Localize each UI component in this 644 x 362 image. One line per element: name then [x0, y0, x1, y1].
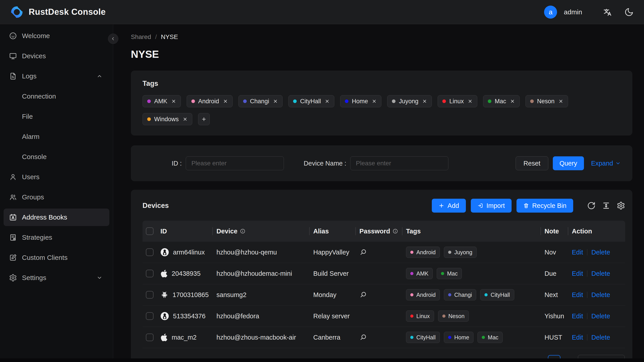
device-id: arm64linux [173, 249, 205, 256]
sidebar-item-devices[interactable]: Devices [4, 47, 109, 65]
sidebar-item-strategies[interactable]: Strategies [4, 229, 109, 246]
avatar[interactable]: a [544, 6, 557, 18]
pagination: 1-5 of 5 items 1 20 / page [142, 355, 625, 358]
close-icon[interactable] [510, 99, 515, 104]
tag-color-dot [147, 118, 151, 121]
breadcrumb: Shared / NYSE [131, 34, 632, 40]
sidebar-item-settings[interactable]: Settings [4, 269, 109, 286]
edit-link[interactable]: Edit [572, 334, 583, 341]
close-icon[interactable] [171, 99, 176, 104]
close-icon[interactable] [422, 99, 427, 104]
chevron-down-icon [615, 160, 621, 166]
row-checkbox[interactable] [146, 312, 154, 320]
add-button-label: Add [448, 202, 459, 210]
edit-link[interactable]: Edit [572, 249, 583, 256]
edit-link[interactable]: Edit [572, 270, 583, 277]
delete-link[interactable]: Delete [591, 270, 610, 277]
row-checkbox[interactable] [146, 270, 154, 277]
device-name-input[interactable] [350, 156, 448, 170]
tag-label: Home [352, 98, 368, 105]
sidebar-item-welcome[interactable]: Welcome [4, 27, 109, 44]
page-size-select[interactable]: 20 / page [578, 355, 625, 358]
sidebar-item-console[interactable]: Console [4, 148, 109, 166]
row-checkbox[interactable] [146, 291, 154, 298]
note-cell: Due [541, 270, 568, 277]
id-label: ID : [172, 160, 182, 167]
sidebar-collapse-button[interactable] [108, 34, 118, 44]
row-checkbox[interactable] [146, 334, 154, 341]
delete-link[interactable]: Delete [591, 249, 610, 256]
sidebar-item-address-books[interactable]: Address Books [4, 208, 109, 226]
breadcrumb-parent[interactable]: Shared [131, 34, 151, 40]
action-cell: Edit Delete [568, 291, 625, 298]
sidebar-item-label: Custom Clients [22, 254, 68, 262]
apple-icon [160, 269, 168, 278]
tag-color-dot [243, 100, 247, 103]
tag-pill: AMK [406, 268, 433, 279]
tags-card-title: Tags [142, 80, 621, 88]
expand-link[interactable]: Expand [591, 160, 621, 167]
select-all-checkbox[interactable] [146, 227, 154, 235]
close-icon[interactable] [558, 99, 563, 104]
page-number-button[interactable]: 1 [548, 355, 560, 358]
row-height-icon[interactable] [602, 202, 610, 210]
delete-link[interactable]: Delete [591, 291, 610, 298]
reset-button[interactable]: Reset [516, 156, 548, 170]
view-password-icon[interactable] [360, 248, 367, 256]
filter-group-device-name: Device Name : [304, 156, 448, 170]
refresh-icon[interactable] [587, 202, 596, 210]
tag-pill-android: Android [187, 95, 232, 107]
action-divider [587, 334, 587, 340]
expand-label: Expand [591, 160, 613, 167]
user-name[interactable]: admin [564, 8, 582, 16]
tag-pill: Neson [438, 310, 469, 322]
action-divider [587, 313, 587, 319]
header-cell-alias: Alias [310, 228, 356, 235]
tag-color-dot [392, 100, 396, 103]
device-name-cell: hzhou@zhous-macbook-air [213, 334, 310, 341]
close-icon[interactable] [223, 99, 228, 104]
tag-color-dot [442, 100, 446, 103]
moon-icon[interactable] [624, 8, 634, 17]
close-icon[interactable] [372, 99, 377, 104]
close-icon[interactable] [468, 99, 472, 104]
view-password-icon[interactable] [360, 334, 367, 341]
column-settings-icon[interactable] [617, 202, 625, 210]
close-icon[interactable] [182, 117, 188, 122]
rustdesk-logo-icon [10, 6, 23, 18]
linux-icon [160, 312, 169, 320]
view-password-icon[interactable] [360, 291, 367, 298]
id-input[interactable] [186, 156, 284, 170]
users-icon [9, 193, 17, 201]
close-icon[interactable] [273, 99, 278, 104]
edit-link[interactable]: Edit [572, 291, 583, 298]
gear-icon [9, 274, 17, 282]
tag-pill-changi: Changi [238, 95, 283, 107]
sidebar-item-file[interactable]: File [4, 108, 109, 125]
sidebar-item-groups[interactable]: Groups [4, 188, 109, 206]
row-checkbox[interactable] [146, 248, 154, 256]
sidebar-item-logs[interactable]: Logs [4, 68, 109, 85]
table-row: 1700310865 sansumg2 Monday Android Chang… [142, 284, 625, 306]
sidebar-item-alarm[interactable]: Alarm [4, 128, 109, 146]
tag-label: Windows [154, 116, 179, 123]
add-tag-button[interactable] [198, 113, 210, 125]
query-button[interactable]: Query [553, 156, 584, 170]
delete-link[interactable]: Delete [591, 312, 610, 320]
file-icon [9, 72, 17, 80]
add-button[interactable]: Add [432, 199, 466, 212]
devices-card-title: Devices [142, 202, 169, 210]
recycle-bin-button[interactable]: Recycle Bin [516, 199, 573, 212]
sidebar-item-users[interactable]: Users [4, 168, 109, 186]
edit-link[interactable]: Edit [572, 312, 583, 320]
import-button[interactable]: Import [471, 199, 512, 212]
sidebar-item-custom-clients[interactable]: Custom Clients [4, 249, 109, 266]
delete-link[interactable]: Delete [591, 334, 610, 341]
table-tools [587, 202, 625, 210]
monitor-icon [9, 52, 17, 60]
sidebar-item-connection[interactable]: Connection [4, 88, 109, 105]
translate-icon[interactable] [602, 8, 612, 17]
header-cell-password: Password [356, 228, 402, 235]
close-icon[interactable] [325, 99, 330, 104]
table-row: arm64linux hzhou@hzhou-qemu HappyValley … [142, 242, 625, 263]
